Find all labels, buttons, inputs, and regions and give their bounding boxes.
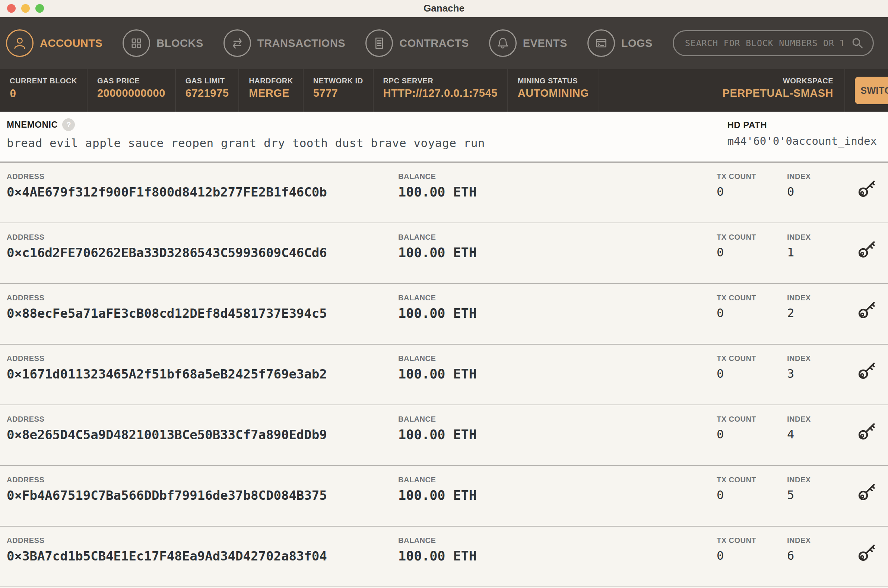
account-index: 2 [787,306,857,320]
address-column-label: ADDRESS [7,354,398,363]
account-txcount-cell: TX COUNT 0 [716,476,787,526]
status-label: CURRENT BLOCK [10,76,77,85]
address-column-label: ADDRESS [7,233,398,242]
mnemonic-help-icon[interactable]: ? [62,118,75,131]
status-label: GAS LIMIT [185,76,229,85]
account-index-cell: INDEX 2 [787,294,857,344]
key-icon [857,436,877,442]
index-column-label: INDEX [787,294,857,302]
status-gas-limit: GAS LIMIT 6721975 [175,69,238,112]
balance-column-label: BALANCE [398,233,716,242]
show-private-key-button[interactable] [857,238,877,260]
account-index-cell: INDEX 5 [787,476,857,526]
txcount-column-label: TX COUNT [716,415,787,423]
account-balance: 100.00 ETH [398,306,716,321]
account-index-cell: INDEX 6 [787,536,857,586]
account-address: 0×Fb4A67519C7Ba566DDbf79916de37b8CD084B3… [7,488,398,503]
transactions-icon [223,29,251,57]
index-column-label: INDEX [787,536,857,545]
account-index: 3 [787,367,857,381]
account-txcount: 0 [716,306,787,320]
status-label: NETWORK ID [313,76,363,85]
account-txcount: 0 [716,488,787,502]
mnemonic-block: MNEMONIC ? bread evil apple sauce reopen… [7,118,485,162]
search-input[interactable] [673,30,874,56]
account-index: 0 [787,184,857,199]
hd-path-block: HD PATH m44'60'0'0account_index [727,118,877,162]
status-value: AUTOMINING [518,87,589,99]
address-column-label: ADDRESS [7,294,398,302]
account-txcount-cell: TX COUNT 0 [716,172,787,222]
account-address-cell: ADDRESS 0×3BA7cd1b5CB4E1Ec17F48Ea9Ad34D4… [7,536,398,586]
tab-contracts[interactable]: CONTRACTS [366,29,469,57]
account-txcount: 0 [716,245,787,260]
account-balance: 100.00 ETH [398,488,716,503]
account-index: 1 [787,245,857,260]
status-value: 20000000000 [97,87,166,99]
account-balance-cell: BALANCE 100.00 ETH [398,536,716,586]
account-row: ADDRESS 0×88ecFe5a71aFE3cB08cd12DEf8d458… [0,284,888,345]
search-icon[interactable] [850,36,865,52]
tab-transactions[interactable]: TRANSACTIONS [223,29,345,57]
key-icon [857,255,877,260]
account-key-cell [857,536,888,586]
switch-workspace-button[interactable]: SWITCH [855,76,888,104]
show-private-key-button[interactable] [857,420,877,442]
key-icon [857,315,877,321]
tab-transactions-label: TRANSACTIONS [257,37,345,50]
account-key-cell [857,354,888,405]
account-txcount-cell: TX COUNT 0 [716,536,787,586]
account-txcount-cell: TX COUNT 0 [716,233,787,283]
account-balance-cell: BALANCE 100.00 ETH [398,476,716,526]
accounts-icon [6,29,33,57]
key-icon [857,194,877,200]
show-private-key-button[interactable] [857,481,877,503]
account-index: 6 [787,549,857,563]
account-address-cell: ADDRESS 0×Fb4A67519C7Ba566DDbf79916de37b… [7,476,398,526]
account-txcount-cell: TX COUNT 0 [716,294,787,344]
account-balance-cell: BALANCE 100.00 ETH [398,415,716,465]
mnemonic-words: bread evil apple sauce reopen grant dry … [7,136,485,150]
tab-logs[interactable]: LOGS [587,29,653,57]
tab-accounts-label: ACCOUNTS [40,37,102,50]
tab-blocks[interactable]: BLOCKS [123,29,203,57]
account-address: 0×c16d2FE706262EBa33D3286543C5993609C46C… [7,245,398,260]
txcount-column-label: TX COUNT [716,294,787,302]
show-private-key-button[interactable] [857,542,877,564]
status-label: GAS PRICE [97,76,166,85]
txcount-column-label: TX COUNT [716,354,787,363]
show-private-key-button[interactable] [857,299,877,321]
status-rpc-server: RPC SERVER HTTP://127.0.0.1:7545 [373,69,507,112]
account-row: ADDRESS 0×c16d2FE706262EBa33D3286543C599… [0,223,888,284]
key-icon [857,558,877,564]
account-key-cell [857,415,888,465]
balance-column-label: BALANCE [398,415,716,423]
status-value: 0 [10,87,77,100]
account-txcount: 0 [716,427,787,441]
account-balance-cell: BALANCE 100.00 ETH [398,354,716,405]
main-navbar: ACCOUNTS BLOCKS TRANSACTIONS [0,17,888,69]
account-balance: 100.00 ETH [398,427,716,442]
show-private-key-button[interactable] [857,177,877,200]
key-icon [857,376,877,381]
status-value: HTTP://127.0.0.1:7545 [383,87,498,99]
index-column-label: INDEX [787,354,857,363]
mnemonic-panel: MNEMONIC ? bread evil apple sauce reopen… [0,112,888,163]
tab-accounts[interactable]: ACCOUNTS [6,29,102,57]
tab-logs-label: LOGS [621,37,653,50]
account-address: 0×1671d011323465A2f51bf68a5eB2425f769e3a… [7,367,398,381]
logs-icon [587,29,615,57]
account-address: 0×8e265D4C5a9D48210013BCe50B33Cf7a890EdD… [7,427,398,442]
account-address: 0×3BA7cd1b5CB4E1Ec17F48Ea9Ad34D42702a83f… [7,549,398,564]
show-private-key-button[interactable] [857,360,877,381]
account-balance: 100.00 ETH [398,245,716,260]
window-titlebar: Ganache [0,0,888,17]
account-address-cell: ADDRESS 0×88ecFe5a71aFE3cB08cd12DEf8d458… [7,294,398,344]
account-index-cell: INDEX 0 [787,172,857,222]
status-gas-price: GAS PRICE 20000000000 [87,69,175,112]
balance-column-label: BALANCE [398,172,716,181]
status-hardfork: HARDFORK MERGE [238,69,303,112]
account-address: 0×4AE679f312f900F1f800d8412b277FE2B1f46C… [7,184,398,200]
tab-events[interactable]: EVENTS [489,29,567,57]
account-address-cell: ADDRESS 0×c16d2FE706262EBa33D3286543C599… [7,233,398,283]
